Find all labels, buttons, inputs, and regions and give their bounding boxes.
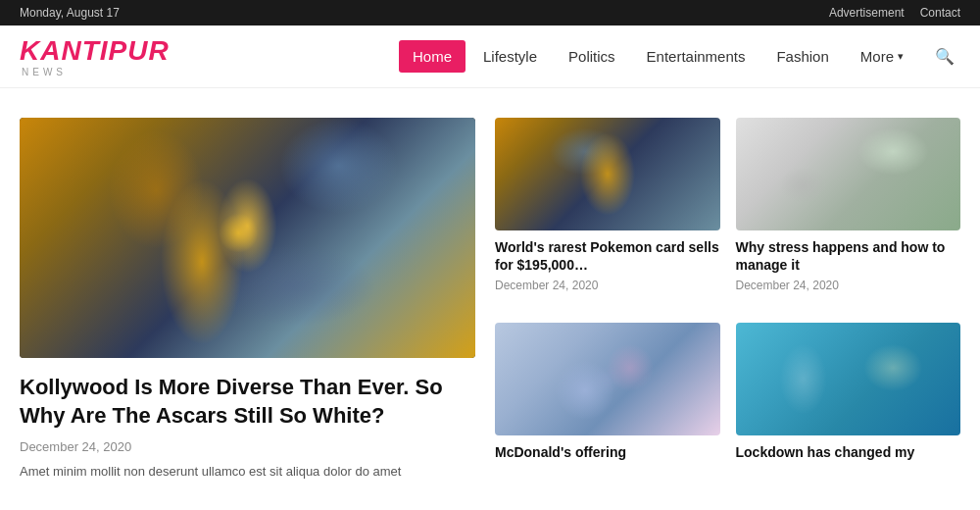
card-lockdown[interactable]: Lockdown has changed my <box>736 323 961 481</box>
nav-item-entertainments[interactable]: Entertainments <box>633 40 760 73</box>
logo-subtext: NEWS <box>22 67 399 77</box>
search-icon: 🔍 <box>935 48 955 65</box>
top-bar: Monday, August 17 Advertisement Contact <box>0 0 980 26</box>
featured-date: December 24, 2020 <box>20 439 475 454</box>
card-stress[interactable]: Why stress happens and how to manage it … <box>736 118 961 307</box>
featured-article: Kollywood Is More Diverse Than Ever. So … <box>20 118 475 482</box>
featured-title[interactable]: Kollywood Is More Diverse Than Ever. So … <box>20 374 475 430</box>
card-title-lockdown: Lockdown has changed my <box>736 443 961 461</box>
card-date-pokemon: December 24, 2020 <box>495 279 720 292</box>
nav-item-lifestyle[interactable]: Lifestyle <box>469 40 551 73</box>
content-area: Kollywood Is More Diverse Than Ever. So … <box>0 88 980 501</box>
card-title-mcdonalds: McDonald's offering <box>495 443 720 461</box>
logo[interactable]: KANTIPUR NEWS <box>20 35 399 77</box>
card-date-stress: December 24, 2020 <box>736 279 961 292</box>
card-image-lockdown <box>736 323 961 435</box>
chevron-down-icon: ▾ <box>898 50 904 63</box>
card-mcdonalds[interactable]: McDonald's offering <box>495 323 720 481</box>
card-title-pokemon: World's rarest Pokemon card sells for $1… <box>495 238 720 274</box>
card-image-pokemon <box>495 118 720 230</box>
nav-item-politics[interactable]: Politics <box>555 40 629 73</box>
card-image-stress <box>736 118 961 230</box>
nav-item-home[interactable]: Home <box>399 40 466 73</box>
advertisement-link[interactable]: Advertisement <box>829 6 905 20</box>
featured-excerpt: Amet minim mollit non deserunt ullamco e… <box>20 462 475 482</box>
search-button[interactable]: 🔍 <box>929 41 960 72</box>
nav-item-fashion[interactable]: Fashion <box>762 40 842 73</box>
header: KANTIPUR NEWS Home Lifestyle Politics En… <box>0 26 980 88</box>
main-nav: Home Lifestyle Politics Entertainments F… <box>399 40 960 73</box>
nav-item-more[interactable]: More ▾ <box>847 40 917 73</box>
date-label: Monday, August 17 <box>20 6 120 20</box>
card-title-stress: Why stress happens and how to manage it <box>736 238 961 274</box>
featured-image <box>20 118 475 358</box>
logo-text: KANTIPUR <box>20 35 399 67</box>
article-grid: World's rarest Pokemon card sells for $1… <box>495 118 960 482</box>
top-bar-links: Advertisement Contact <box>829 6 960 20</box>
card-pokemon[interactable]: World's rarest Pokemon card sells for $1… <box>495 118 720 307</box>
card-image-mcdonalds <box>495 323 720 435</box>
more-label: More <box>860 48 894 65</box>
contact-link[interactable]: Contact <box>920 6 960 20</box>
